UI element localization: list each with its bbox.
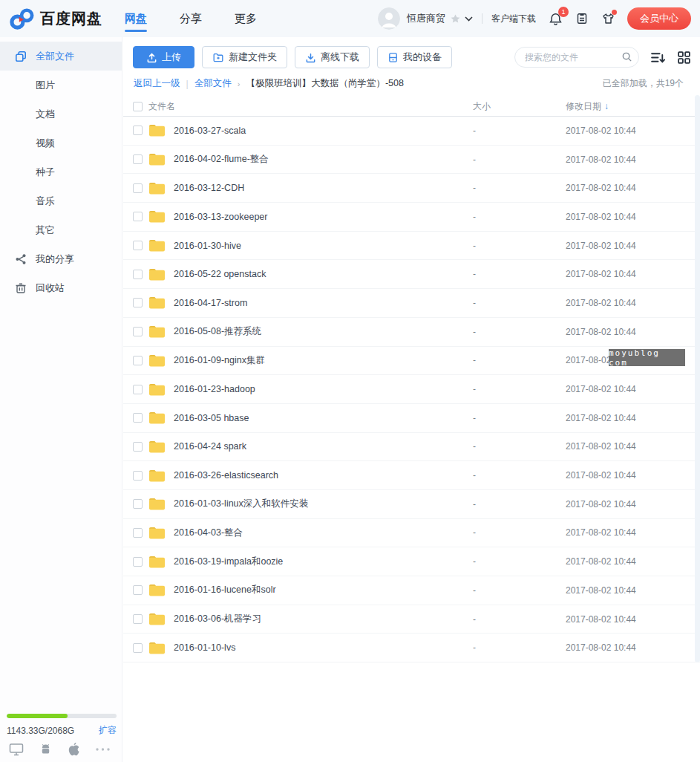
client-download-link[interactable]: 客户端下载 — [491, 13, 536, 25]
sidebar-item-all-files[interactable]: 全部文件 — [0, 42, 122, 71]
table-row[interactable]: 2016-01-10-lvs - 2017-08-02 10:44 — [123, 634, 700, 662]
row-checkbox[interactable] — [133, 356, 143, 365]
more-platforms-icon[interactable] — [95, 747, 111, 752]
table-row[interactable]: 2016-03-13-zookeeper - 2017-08-02 10:44 — [123, 203, 700, 232]
expand-storage-link[interactable]: 扩容 — [99, 724, 117, 737]
grid-view-icon[interactable] — [677, 51, 691, 65]
file-name[interactable]: 2016-01-10-lvs — [174, 642, 473, 653]
row-checkbox[interactable] — [133, 298, 143, 307]
table-row[interactable]: 2016-01-03-linux深入和软件安装 - 2017-08-02 10:… — [123, 490, 700, 519]
dressing-button[interactable] — [601, 12, 615, 25]
app-logo[interactable]: 百度网盘 — [0, 7, 125, 30]
sidebar-item-recycle-bin[interactable]: 回收站 — [0, 273, 122, 302]
file-name[interactable]: 2016-01-16-lucene和solr — [174, 584, 473, 596]
row-checkbox[interactable] — [133, 585, 143, 595]
vip-center-button[interactable]: 会员中心 — [627, 7, 691, 30]
table-row[interactable]: 2016-03-12-CDH - 2017-08-02 10:44 — [123, 174, 700, 203]
sidebar-item-others[interactable]: 其它 — [0, 215, 122, 244]
file-name[interactable]: 2016-01-30-hive — [174, 241, 473, 251]
avatar[interactable] — [378, 7, 400, 30]
column-header-modified[interactable]: 修改日期 ↓ — [566, 100, 700, 113]
row-checkbox[interactable] — [133, 557, 143, 567]
file-name[interactable]: 2016-01-09-nginx集群 — [174, 354, 473, 367]
file-name[interactable]: 2016-03-12-CDH — [174, 183, 473, 193]
row-checkbox[interactable] — [133, 327, 143, 336]
row-checkbox[interactable] — [133, 442, 143, 452]
nav-tab-share[interactable]: 分享 — [180, 0, 202, 37]
row-checkbox[interactable] — [133, 499, 143, 509]
table-row[interactable]: 2016-05-22 openstack - 2017-08-02 10:44 — [123, 260, 700, 289]
table-row[interactable]: 2016-03-05 hbase - 2017-08-02 10:44 — [123, 404, 700, 433]
file-modified: 2017-08-02 10:44 — [566, 585, 700, 596]
table-row[interactable]: 2016-01-23-hadoop - 2017-08-02 10:44 — [123, 375, 700, 404]
sidebar-item-seeds[interactable]: 种子 — [0, 157, 122, 186]
row-checkbox[interactable] — [133, 528, 143, 538]
row-checkbox[interactable] — [133, 212, 143, 221]
file-name[interactable]: 2016-03-13-zookeeper — [174, 212, 473, 222]
new-folder-button[interactable]: 新建文件夹 — [202, 46, 287, 68]
sidebar-item-my-shares[interactable]: 我的分享 — [0, 244, 122, 273]
table-row[interactable]: 2016-03-27-scala - 2017-08-02 10:44 — [123, 117, 700, 146]
vertical-scrollbar[interactable] — [695, 95, 700, 662]
file-name[interactable]: 2016-03-05 hbase — [174, 413, 473, 423]
file-name[interactable]: 2016-03-27-scala — [174, 126, 473, 136]
file-name[interactable]: 2016-04-02-flume-整合 — [174, 153, 473, 166]
table-row[interactable]: 2016-03-26-elasticsearch - 2017-08-02 10… — [123, 461, 700, 490]
file-name[interactable]: 2016-05-22 openstack — [174, 269, 473, 279]
nav-tab-more[interactable]: 更多 — [235, 0, 257, 37]
row-checkbox[interactable] — [133, 183, 143, 193]
row-checkbox[interactable] — [133, 270, 143, 279]
storage-progress-track — [7, 714, 117, 718]
table-row[interactable]: 2016-05-08-推荐系统 - 2017-08-02 10:44 — [123, 318, 700, 347]
file-name[interactable]: 2016-01-23-hadoop — [174, 384, 473, 394]
table-row[interactable]: 2016-04-17-strom - 2017-08-02 10:44 — [123, 289, 700, 318]
breadcrumb-root-link[interactable]: 全部文件 — [194, 77, 232, 90]
table-row[interactable]: 2016-04-24 spark - 2017-08-02 10:44 — [123, 433, 700, 462]
file-name[interactable]: 2016-03-26-elasticsearch — [174, 470, 473, 481]
chevron-down-icon[interactable] — [465, 16, 473, 22]
table-row[interactable]: 2016-03-19-impala和oozie - 2017-08-02 10:… — [123, 547, 700, 576]
sidebar-item-music[interactable]: 音乐 — [0, 186, 122, 215]
apple-client-icon[interactable] — [68, 742, 80, 756]
file-name[interactable]: 2016-01-03-linux深入和软件安装 — [174, 498, 473, 510]
select-all-checkbox[interactable] — [133, 102, 143, 111]
android-client-icon[interactable] — [39, 743, 53, 755]
column-header-name[interactable]: 文件名 — [148, 100, 175, 113]
row-checkbox[interactable] — [133, 154, 143, 164]
file-name[interactable]: 2016-05-08-推荐系统 — [174, 325, 473, 338]
search-icon[interactable] — [621, 51, 632, 62]
table-row[interactable]: 2016-01-16-lucene和solr - 2017-08-02 10:4… — [123, 576, 700, 605]
row-checkbox[interactable] — [133, 643, 143, 653]
row-checkbox[interactable] — [133, 413, 143, 423]
sort-order-icon[interactable] — [650, 51, 666, 65]
file-name[interactable]: 2016-04-03-整合 — [174, 527, 473, 539]
username[interactable]: 恒唐商贸 — [407, 12, 445, 25]
my-devices-button[interactable]: 我的设备 — [377, 46, 452, 68]
desktop-client-icon[interactable] — [9, 743, 24, 756]
sidebar-item-documents[interactable]: 文档 — [0, 100, 122, 128]
row-checkbox[interactable] — [133, 241, 143, 250]
search-input[interactable] — [514, 47, 639, 68]
file-name[interactable]: 2016-03-19-impala和oozie — [174, 556, 473, 568]
table-row[interactable]: 2016-04-03-整合 - 2017-08-02 10:44 — [123, 519, 700, 548]
row-checkbox[interactable] — [133, 385, 143, 394]
tasks-button[interactable] — [575, 12, 589, 25]
breadcrumb-back-link[interactable]: 返回上一级 — [134, 77, 180, 90]
notification-bell[interactable]: 1 — [549, 12, 563, 26]
offline-download-button[interactable]: 离线下载 — [295, 46, 370, 68]
column-header-size[interactable]: 大小 — [473, 100, 566, 113]
upload-button[interactable]: 上传 — [133, 46, 194, 68]
row-checkbox[interactable] — [133, 614, 143, 624]
file-name[interactable]: 2016-04-17-strom — [174, 298, 473, 308]
file-name[interactable]: 2016-04-24 spark — [174, 441, 473, 452]
table-row[interactable]: 2016-01-30-hive - 2017-08-02 10:44 — [123, 232, 700, 261]
file-name[interactable]: 2016-03-06-机器学习 — [174, 613, 473, 625]
sidebar-item-videos[interactable]: 视频 — [0, 128, 122, 157]
table-row[interactable]: 2016-04-02-flume-整合 - 2017-08-02 10:44 — [123, 146, 700, 175]
row-checkbox[interactable] — [133, 126, 143, 135]
sort-descending-icon[interactable]: ↓ — [604, 101, 609, 111]
row-checkbox[interactable] — [133, 471, 143, 481]
sidebar-item-images[interactable]: 图片 — [0, 71, 122, 100]
table-row[interactable]: 2016-03-06-机器学习 - 2017-08-02 10:44 — [123, 605, 700, 634]
nav-tab-netdisk[interactable]: 网盘 — [125, 0, 147, 37]
